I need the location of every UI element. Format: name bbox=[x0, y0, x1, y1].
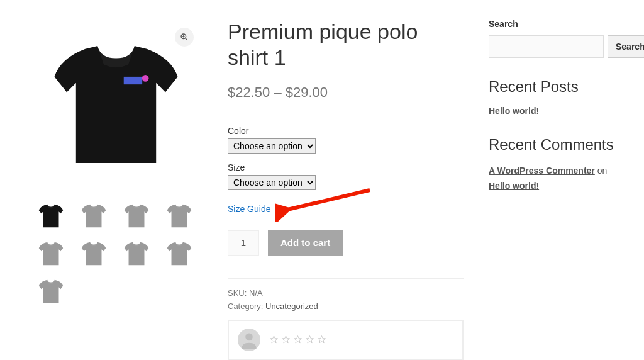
thumbnail[interactable] bbox=[158, 197, 201, 235]
thumbnail[interactable] bbox=[115, 197, 158, 235]
thumbnail[interactable] bbox=[30, 197, 72, 235]
recent-comments-heading: Recent Comments bbox=[489, 136, 614, 154]
sku-line: SKU: N/A bbox=[228, 288, 464, 298]
star-icon bbox=[305, 335, 314, 344]
add-to-cart-button[interactable]: Add to cart bbox=[268, 230, 343, 256]
thumbnail[interactable] bbox=[158, 235, 201, 273]
product-title: Premium pique polo shirt 1 bbox=[228, 19, 464, 70]
quantity-input[interactable] bbox=[228, 230, 259, 256]
review-placeholder bbox=[228, 320, 464, 360]
thumbnail[interactable] bbox=[115, 235, 158, 273]
product-summary: Premium pique polo shirt 1 $22.50 – $29.… bbox=[228, 19, 464, 360]
category-line: Category: Uncategorized bbox=[228, 301, 464, 311]
star-rating[interactable] bbox=[269, 335, 326, 344]
svg-line-6 bbox=[285, 190, 370, 210]
gallery-thumbnails bbox=[30, 197, 203, 310]
comment-on-text: on bbox=[595, 166, 607, 176]
search-heading: Search bbox=[489, 19, 614, 29]
svg-point-7 bbox=[245, 333, 253, 340]
sku-value: N/A bbox=[249, 288, 263, 298]
variation-size-label: Size bbox=[228, 162, 464, 172]
product-price: $22.50 – $29.00 bbox=[228, 84, 464, 101]
avatar-icon bbox=[238, 329, 260, 351]
thumbnail[interactable] bbox=[30, 235, 72, 273]
category-label: Category: bbox=[228, 301, 263, 311]
star-icon bbox=[317, 335, 326, 344]
search-button[interactable]: Search bbox=[608, 35, 644, 58]
thumbnail[interactable] bbox=[30, 273, 72, 310]
search-input[interactable] bbox=[489, 35, 604, 58]
comment-post-link[interactable]: Hello world! bbox=[489, 181, 539, 191]
product-gallery bbox=[30, 19, 203, 360]
recent-post-link[interactable]: Hello world! bbox=[489, 106, 539, 116]
star-icon bbox=[293, 335, 303, 344]
variation-color-select[interactable]: Choose an option bbox=[228, 138, 316, 154]
comment-author-link[interactable]: A WordPress Commenter bbox=[489, 166, 595, 176]
star-icon bbox=[281, 335, 291, 344]
size-guide-link[interactable]: Size Guide bbox=[228, 204, 270, 214]
sidebar: Search Search Recent Posts Hello world! … bbox=[489, 19, 614, 360]
svg-line-3 bbox=[186, 38, 187, 40]
zoom-icon[interactable] bbox=[175, 28, 194, 47]
variation-color-label: Color bbox=[228, 126, 464, 136]
divider bbox=[228, 278, 464, 279]
star-icon bbox=[269, 335, 279, 344]
thumbnail[interactable] bbox=[72, 197, 115, 235]
product-image-main bbox=[39, 23, 193, 188]
recent-posts-heading: Recent Posts bbox=[489, 78, 614, 96]
thumbnail[interactable] bbox=[72, 235, 115, 273]
gallery-main-image[interactable] bbox=[30, 19, 203, 192]
annotation-arrow-icon bbox=[275, 199, 464, 219]
sku-label: SKU: bbox=[228, 288, 247, 298]
category-link[interactable]: Uncategorized bbox=[265, 301, 318, 311]
